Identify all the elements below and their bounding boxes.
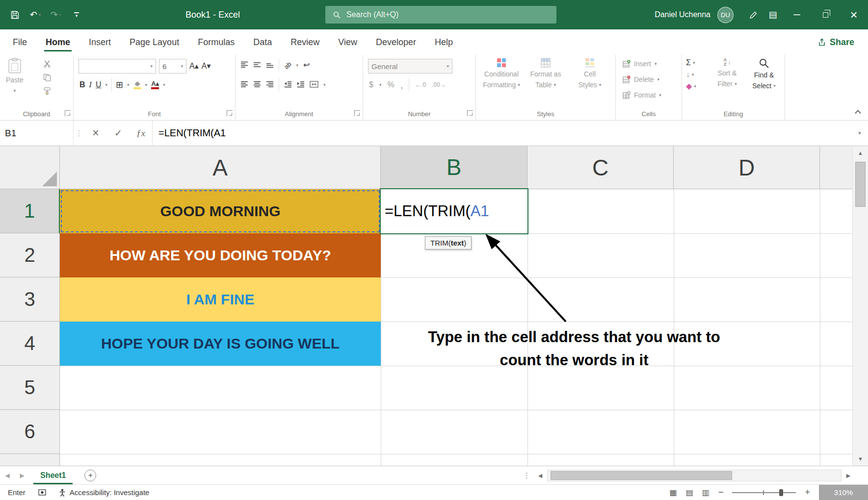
- sheet-nav-right-icon[interactable]: ▶: [15, 472, 29, 479]
- vertical-scrollbar[interactable]: ▲ ▼: [852, 146, 868, 466]
- increase-decimal-button[interactable]: ←.0: [415, 81, 426, 89]
- horizontal-scrollbar[interactable]: ◀ ▶: [533, 469, 855, 482]
- tab-insert[interactable]: Insert: [89, 29, 111, 55]
- accessibility-status[interactable]: Accessibility: Investigate: [59, 488, 150, 497]
- macro-record-icon[interactable]: [38, 489, 46, 496]
- bottom-align-button[interactable]: [266, 61, 274, 70]
- column-header-d[interactable]: D: [674, 146, 820, 189]
- merge-center-button[interactable]: [310, 81, 318, 89]
- row-header-6[interactable]: 6: [0, 410, 60, 454]
- horizontal-scrollbar-track[interactable]: [547, 470, 842, 481]
- sheet-drag-dots-icon[interactable]: ⋮: [523, 471, 530, 480]
- row-header-1[interactable]: 1: [0, 189, 60, 233]
- tab-review[interactable]: Review: [290, 29, 319, 55]
- copy-button[interactable]: [43, 74, 51, 83]
- wrap-text-button[interactable]: ↩: [303, 61, 310, 69]
- find-select-button[interactable]: Find & Select▾: [747, 58, 781, 90]
- format-painter-button[interactable]: [43, 87, 51, 97]
- name-box[interactable]: B1: [0, 121, 74, 146]
- sheet-tab-sheet1[interactable]: Sheet1: [29, 466, 77, 484]
- tab-developer[interactable]: Developer: [376, 29, 416, 55]
- shrink-font-button[interactable]: A▾: [202, 62, 211, 70]
- page-layout-view-icon[interactable]: ▤: [686, 488, 693, 497]
- tab-help[interactable]: Help: [435, 29, 453, 55]
- bold-button[interactable]: B: [79, 81, 85, 89]
- column-header-b[interactable]: B: [381, 146, 527, 189]
- scroll-down-icon[interactable]: ▼: [853, 452, 868, 466]
- undo-button[interactable]: ↶ ▾: [26, 3, 45, 26]
- fill-color-button[interactable]: [133, 81, 141, 89]
- column-header-c[interactable]: C: [527, 146, 674, 189]
- number-format-select[interactable]: General ▾: [368, 59, 452, 74]
- row-header-2[interactable]: 2: [0, 233, 60, 277]
- select-all-button[interactable]: [0, 146, 60, 189]
- percent-style-button[interactable]: %: [387, 81, 394, 89]
- scroll-left-icon[interactable]: ◀: [533, 473, 547, 479]
- font-size-select[interactable]: 6 ▾: [159, 59, 186, 74]
- clipboard-dialog-launcher-icon[interactable]: [65, 110, 71, 116]
- ribbon-display-options-button[interactable]: ▤: [763, 3, 783, 26]
- tab-data[interactable]: Data: [253, 29, 272, 55]
- cell-a4[interactable]: HOPE YOUR DAY IS GOING WELL: [60, 322, 381, 366]
- formula-bar-splitter[interactable]: ⋮: [74, 121, 84, 146]
- maximize-button[interactable]: [811, 0, 840, 29]
- zoom-level[interactable]: 310%: [819, 485, 868, 500]
- close-button[interactable]: ×: [840, 0, 868, 29]
- cell-a2[interactable]: HOW ARE YOU DOING TODAY?: [60, 233, 381, 277]
- middle-align-button[interactable]: [253, 61, 261, 70]
- fill-button[interactable]: ↓ ▾: [686, 71, 696, 78]
- borders-button[interactable]: ⊞: [116, 81, 123, 89]
- tab-file[interactable]: File: [13, 29, 27, 55]
- redo-button[interactable]: ↷ ▾: [46, 3, 66, 26]
- font-color-button[interactable]: A▴: [151, 81, 159, 89]
- paste-button[interactable]: Paste ▾: [6, 58, 24, 95]
- column-header-a[interactable]: A: [60, 146, 381, 189]
- font-dialog-launcher-icon[interactable]: [227, 110, 233, 116]
- insert-function-button[interactable]: ƒx: [130, 121, 152, 146]
- cut-button[interactable]: [43, 60, 51, 69]
- chevron-down-icon[interactable]: ▾: [323, 82, 326, 87]
- increase-indent-button[interactable]: [297, 81, 305, 89]
- cell-styles-button[interactable]: Cell Styles▾: [570, 58, 609, 89]
- clear-button[interactable]: ◆ ▾: [686, 82, 696, 90]
- zoom-out-icon[interactable]: −: [718, 487, 724, 498]
- format-cells-button[interactable]: Format ▾: [623, 91, 661, 99]
- save-button[interactable]: [5, 3, 25, 26]
- cell-b1-edit[interactable]: =LEN(TRIM(A1: [381, 189, 527, 233]
- pen-button[interactable]: [743, 3, 763, 26]
- decrease-decimal-button[interactable]: .00→: [432, 81, 446, 89]
- comma-style-button[interactable]: ,: [400, 81, 403, 89]
- column-header-partial[interactable]: [820, 146, 852, 189]
- new-sheet-button[interactable]: +: [84, 470, 96, 481]
- decrease-indent-button[interactable]: [284, 81, 292, 89]
- tab-page-layout[interactable]: Page Layout: [130, 29, 179, 55]
- row-header-4[interactable]: 4: [0, 322, 60, 366]
- vertical-scrollbar-thumb[interactable]: [855, 162, 866, 207]
- formula-bar-expand-icon[interactable]: ▾: [851, 121, 868, 146]
- normal-view-icon[interactable]: ▦: [670, 488, 677, 497]
- sheet-nav-left-icon[interactable]: ◀: [0, 472, 15, 479]
- alignment-dialog-launcher-icon[interactable]: [354, 110, 360, 116]
- minimize-button[interactable]: ─: [783, 0, 811, 29]
- autosum-button[interactable]: Σ ▾: [686, 59, 696, 67]
- horizontal-scrollbar-thumb[interactable]: [551, 471, 732, 480]
- share-button[interactable]: Share: [818, 29, 854, 55]
- italic-button[interactable]: I: [89, 81, 92, 89]
- formula-input[interactable]: =LEN(TRIM(A1: [152, 121, 851, 146]
- sort-filter-button[interactable]: AZ ↓ Sort & Filter▾: [710, 58, 745, 88]
- chevron-down-icon[interactable]: ▾: [127, 82, 130, 87]
- zoom-slider[interactable]: [732, 492, 796, 493]
- chevron-down-icon[interactable]: ▾: [163, 82, 165, 87]
- avatar[interactable]: DU: [717, 7, 734, 23]
- scroll-up-icon[interactable]: ▲: [853, 146, 868, 160]
- customize-quick-access-button[interactable]: ▾: [67, 3, 86, 26]
- row-header-partial[interactable]: [0, 454, 60, 466]
- align-right-button[interactable]: [266, 81, 274, 89]
- conditional-formatting-button[interactable]: Conditional Formatting▾: [480, 58, 523, 89]
- row-header-5[interactable]: 5: [0, 366, 60, 410]
- page-break-view-icon[interactable]: ▥: [702, 488, 710, 497]
- orientation-button[interactable]: ab: [284, 62, 291, 69]
- format-as-table-button[interactable]: Format as Table▾: [525, 58, 566, 89]
- collapse-ribbon-icon[interactable]: [855, 110, 861, 116]
- accounting-format-button[interactable]: $: [369, 81, 373, 89]
